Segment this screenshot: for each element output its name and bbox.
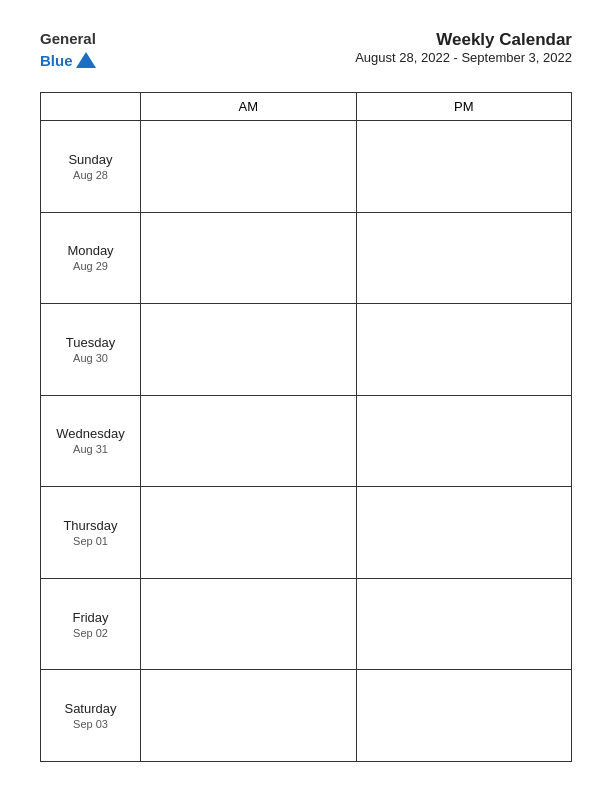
col-label (41, 93, 141, 121)
day-name: Monday (46, 243, 135, 258)
am-cell[interactable] (141, 487, 357, 579)
pm-cell[interactable] (356, 395, 572, 487)
day-cell: FridaySep 02 (41, 578, 141, 670)
pm-cell[interactable] (356, 304, 572, 396)
day-cell: SaturdaySep 03 (41, 670, 141, 762)
day-date: Aug 30 (46, 352, 135, 364)
col-am: AM (141, 93, 357, 121)
am-cell[interactable] (141, 395, 357, 487)
day-cell: SundayAug 28 (41, 121, 141, 213)
day-date: Aug 29 (46, 260, 135, 272)
svg-marker-0 (76, 52, 96, 68)
date-range: August 28, 2022 - September 3, 2022 (355, 50, 572, 65)
logo: General Blue (40, 30, 99, 74)
day-date: Sep 02 (46, 627, 135, 639)
am-cell[interactable] (141, 578, 357, 670)
day-cell: ThursdaySep 01 (41, 487, 141, 579)
calendar-table: AM PM SundayAug 28MondayAug 29TuesdayAug… (40, 92, 572, 762)
pm-cell[interactable] (356, 487, 572, 579)
day-name: Saturday (46, 701, 135, 716)
day-cell: MondayAug 29 (41, 212, 141, 304)
am-cell[interactable] (141, 212, 357, 304)
col-pm: PM (356, 93, 572, 121)
day-name: Sunday (46, 152, 135, 167)
pm-cell[interactable] (356, 212, 572, 304)
day-date: Sep 01 (46, 535, 135, 547)
pm-cell[interactable] (356, 578, 572, 670)
day-name: Tuesday (46, 335, 135, 350)
logo-general: General (40, 30, 99, 48)
day-name: Friday (46, 610, 135, 625)
table-row: SaturdaySep 03 (41, 670, 572, 762)
calendar-body: SundayAug 28MondayAug 29TuesdayAug 30Wed… (41, 121, 572, 762)
day-name: Wednesday (46, 426, 135, 441)
table-row: FridaySep 02 (41, 578, 572, 670)
day-cell: TuesdayAug 30 (41, 304, 141, 396)
day-date: Sep 03 (46, 718, 135, 730)
table-row: ThursdaySep 01 (41, 487, 572, 579)
day-name: Thursday (46, 518, 135, 533)
title-block: Weekly Calendar August 28, 2022 - Septem… (355, 30, 572, 65)
am-cell[interactable] (141, 121, 357, 213)
day-date: Aug 31 (46, 443, 135, 455)
pm-cell[interactable] (356, 121, 572, 213)
table-row: WednesdayAug 31 (41, 395, 572, 487)
page-header: General Blue Weekly Calendar August 28, … (40, 30, 572, 74)
table-row: MondayAug 29 (41, 212, 572, 304)
table-row: TuesdayAug 30 (41, 304, 572, 396)
logo-text: General Blue (40, 30, 99, 74)
calendar-title: Weekly Calendar (355, 30, 572, 50)
logo-blue: Blue (40, 52, 73, 70)
pm-cell[interactable] (356, 670, 572, 762)
am-cell[interactable] (141, 670, 357, 762)
am-cell[interactable] (141, 304, 357, 396)
day-cell: WednesdayAug 31 (41, 395, 141, 487)
table-row: SundayAug 28 (41, 121, 572, 213)
day-date: Aug 28 (46, 169, 135, 181)
logo-icon (73, 48, 99, 74)
table-header-row: AM PM (41, 93, 572, 121)
